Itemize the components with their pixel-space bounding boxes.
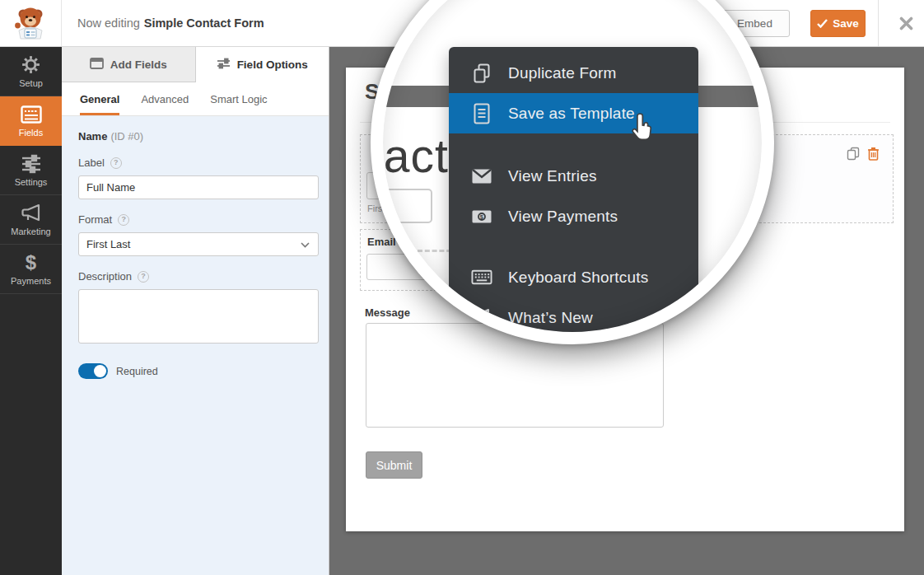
add-fields-icon <box>90 58 104 72</box>
description-option-label: Description? <box>78 270 312 283</box>
marketing-icon <box>21 203 42 223</box>
magnified-heading-text: tact <box>371 129 449 183</box>
view-payments-icon: $ <box>471 209 492 224</box>
copy-field-icon[interactable] <box>847 147 860 161</box>
field-options-icon <box>217 58 231 72</box>
toolbar-divider <box>878 0 879 46</box>
submit-button[interactable]: Submit <box>366 451 422 479</box>
builder-sidebar: Setup Fields Settings Marketing$ Payment… <box>0 47 62 575</box>
message-label: Message <box>365 306 410 319</box>
help-icon[interactable]: ? <box>118 214 129 226</box>
help-icon[interactable]: ? <box>110 157 122 169</box>
duplicate-icon <box>471 63 492 84</box>
sidebar-item-label: Payments <box>11 276 51 286</box>
check-icon <box>817 19 828 28</box>
help-icon[interactable]: ? <box>138 271 149 283</box>
wpforms-bear-logo <box>12 6 49 40</box>
sidebar-item-label: Fields <box>19 128 43 138</box>
format-option-label: Format? <box>78 213 312 226</box>
sidebar-item-setup[interactable]: Setup <box>0 47 62 96</box>
hand-pointer-icon <box>629 112 657 147</box>
field-title: Name(ID #0) <box>78 130 312 143</box>
required-toggle[interactable] <box>78 363 108 379</box>
panel-tabs: Add Fields Field Options <box>62 47 329 82</box>
sidebar-item-label: Setup <box>19 78 43 88</box>
builder-dropdown-menu: Duplicate Form Save as Template View Ent… <box>449 47 698 332</box>
label-input[interactable] <box>78 175 319 199</box>
wpforms-logo <box>0 0 62 46</box>
sidebar-item-settings[interactable]: Settings <box>0 146 62 195</box>
email-label: Email <box>367 236 396 248</box>
setup-icon <box>21 55 41 75</box>
menu-item-duplicate-form[interactable]: Duplicate Form <box>449 53 698 93</box>
field-options-panel: Add Fields Field Options GeneralAdvanced… <box>62 47 329 575</box>
label-option-label: Label? <box>78 157 312 169</box>
menu-item-view-payments[interactable]: $ View Payments <box>449 196 698 236</box>
entries-icon <box>471 168 492 185</box>
description-textarea[interactable] <box>78 289 319 344</box>
form-name: Simple Contact Form <box>144 16 264 30</box>
save-button[interactable]: Save <box>810 10 866 37</box>
field-id: (ID #0) <box>110 130 143 143</box>
now-editing-label: Now editing <box>77 16 140 30</box>
wpforms-builder: Now editing Simple Contact Form ? Embed … <box>0 0 924 575</box>
menu-item-keyboard-shortcuts[interactable]: Keyboard Shortcuts <box>449 257 698 297</box>
menu-item-view-entries[interactable]: View Entries <box>449 156 698 196</box>
menu-group-spacer <box>449 236 698 257</box>
keyboard-icon <box>471 269 492 285</box>
payments-icon: $ <box>26 253 36 273</box>
sidebar-item-fields[interactable]: Fields <box>0 96 62 146</box>
field-actions <box>847 147 880 161</box>
tab-field-options[interactable]: Field Options <box>196 47 329 82</box>
required-label: Required <box>116 366 158 377</box>
fields-icon <box>21 105 42 124</box>
subtab-smart-logic[interactable]: Smart Logic <box>210 82 267 115</box>
now-editing-text: Now editing Simple Contact Form <box>77 0 264 46</box>
sidebar-item-payments[interactable]: $ Payments <box>0 245 62 294</box>
svg-text:$: $ <box>480 213 484 221</box>
settings-icon <box>21 154 42 174</box>
menu-group-spacer <box>449 133 698 156</box>
delete-field-icon[interactable] <box>867 147 880 161</box>
option-subtabs: GeneralAdvancedSmart Logic <box>62 82 329 116</box>
sidebar-item-marketing[interactable]: Marketing <box>0 195 62 245</box>
required-row: Required <box>78 363 312 379</box>
menu-item-save-as-template[interactable]: Save as Template <box>449 93 698 133</box>
subtab-advanced[interactable]: Advanced <box>141 82 189 115</box>
sidebar-item-label: Marketing <box>11 227 50 236</box>
format-select[interactable]: First Last <box>78 232 319 256</box>
template-icon <box>471 103 492 124</box>
option-content: Name(ID #0) Label? Format? First Last De… <box>62 116 329 379</box>
subtab-general[interactable]: General <box>80 82 119 115</box>
sidebar-item-label: Settings <box>15 177 48 187</box>
close-icon[interactable] <box>888 0 924 46</box>
chevron-down-icon <box>301 242 310 248</box>
tab-add-fields[interactable]: Add Fields <box>62 47 196 82</box>
